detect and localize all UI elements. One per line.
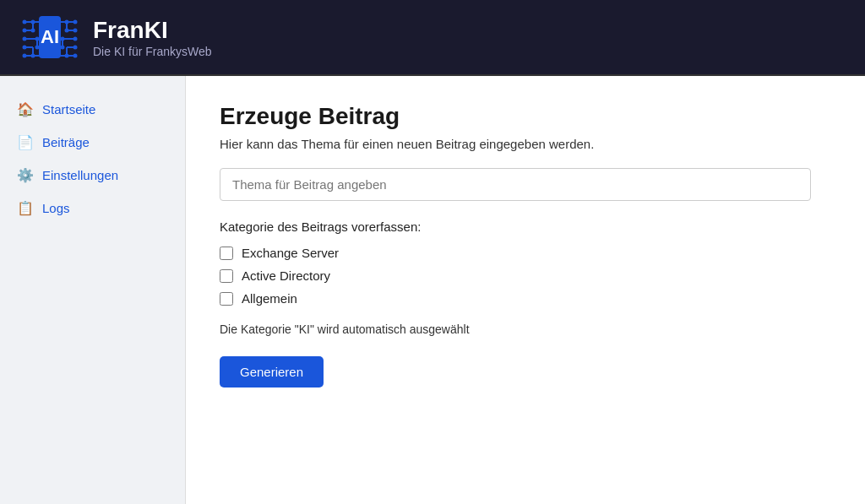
svg-point-11 (23, 37, 27, 41)
sidebar-label-beitraege: Beiträge (42, 135, 90, 149)
svg-point-36 (65, 54, 69, 58)
svg-point-12 (23, 46, 27, 50)
generate-button[interactable]: Generieren (220, 356, 324, 387)
svg-point-27 (73, 20, 78, 24)
app-header: AI FranKI Die KI für FrankysWeb (0, 0, 865, 76)
category-allgemein[interactable]: Allgemein (220, 291, 831, 306)
header-text: FranKI Die KI für FrankysWeb (93, 16, 212, 58)
gear-icon: ⚙️ (17, 167, 34, 183)
category-exchange-server-label: Exchange Server (242, 246, 339, 260)
sidebar-label-einstellungen: Einstellungen (42, 168, 118, 182)
svg-point-34 (61, 37, 65, 41)
svg-point-9 (23, 20, 27, 24)
svg-point-32 (65, 20, 69, 24)
category-active-directory-label: Active Directory (242, 268, 330, 283)
main-content: Erzeuge Beitrag Hier kann das Thema für … (186, 76, 865, 504)
svg-point-33 (65, 29, 69, 33)
category-active-directory[interactable]: Active Directory (220, 268, 831, 283)
auto-select-note: Die Kategorie "KI" wird automatisch ausg… (220, 322, 831, 336)
checkbox-active-directory[interactable] (220, 269, 233, 283)
svg-point-29 (73, 37, 78, 41)
logs-icon: 📋 (17, 200, 34, 216)
svg-point-16 (35, 37, 40, 41)
sidebar: 🏠 Startseite 📄 Beiträge ⚙️ Einstellungen… (0, 76, 186, 504)
sidebar-item-startseite[interactable]: 🏠 Startseite (0, 93, 185, 126)
topic-input[interactable] (220, 168, 811, 201)
svg-point-13 (23, 54, 27, 58)
sidebar-label-logs: Logs (42, 201, 70, 215)
checkbox-exchange-server[interactable] (220, 247, 233, 260)
svg-point-30 (73, 46, 78, 50)
home-icon: 🏠 (17, 101, 34, 117)
app-layout: 🏠 Startseite 📄 Beiträge ⚙️ Einstellungen… (0, 76, 865, 504)
category-checkbox-group: Exchange Server Active Directory Allgeme… (220, 246, 831, 306)
svg-point-28 (73, 29, 78, 33)
sidebar-item-einstellungen[interactable]: ⚙️ Einstellungen (0, 159, 185, 192)
logo-area: AI FranKI Die KI für FrankysWeb (20, 9, 212, 65)
svg-point-31 (73, 54, 78, 58)
app-logo-icon: AI (20, 9, 79, 65)
svg-point-15 (31, 29, 35, 33)
checkbox-allgemein[interactable] (220, 292, 233, 306)
svg-point-14 (31, 20, 35, 24)
svg-point-17 (35, 46, 40, 50)
svg-point-18 (31, 54, 35, 58)
sidebar-item-beitraege[interactable]: 📄 Beiträge (0, 126, 185, 159)
sidebar-item-logs[interactable]: 📋 Logs (0, 192, 185, 225)
category-allgemein-label: Allgemein (242, 291, 297, 306)
app-title: FranKI (93, 16, 212, 45)
category-exchange-server[interactable]: Exchange Server (220, 246, 831, 260)
sidebar-label-startseite: Startseite (42, 102, 95, 117)
app-subtitle: Die KI für FrankysWeb (93, 45, 212, 58)
document-icon: 📄 (17, 134, 34, 150)
svg-text:AI: AI (41, 26, 59, 47)
svg-point-35 (61, 46, 65, 50)
page-title: Erzeuge Beitrag (220, 103, 831, 130)
svg-point-10 (23, 29, 27, 33)
category-label: Kategorie des Beitrags vorerfassen: (220, 219, 831, 234)
page-subtitle: Hier kann das Thema für einen neuen Beit… (220, 137, 831, 151)
